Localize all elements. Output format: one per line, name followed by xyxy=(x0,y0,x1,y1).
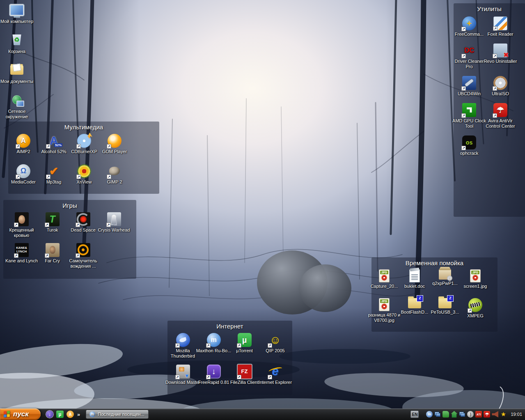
desktop-icon-qip2005[interactable]: QIP 2005 xyxy=(261,333,290,359)
desktop-icon-download-master[interactable]: Download Master xyxy=(168,365,198,385)
desktop-icon-freerapid[interactable]: FreeRapid 0.81 xyxy=(199,365,229,385)
desktop-icon-revo-uninstaller[interactable]: Revo Uninstaller xyxy=(486,44,515,69)
quicklaunch-overflow-chevron-icon[interactable]: » xyxy=(77,411,80,418)
desktop-icon-amd-gpu-clock-tool[interactable]: AMD GPU Clock Tool xyxy=(454,103,484,129)
shortcut-arrow-icon xyxy=(268,343,272,348)
desktop-icon-dead-space[interactable]: Dead Space xyxy=(69,212,98,238)
desktop-icon-buklet-doc[interactable]: buklet.doc xyxy=(400,269,429,289)
quick-launch-bar xyxy=(46,411,74,418)
download-arrow-quicklaunch-icon[interactable] xyxy=(46,411,53,418)
desktop-icon-alcohol52[interactable]: Alcohol 52% xyxy=(39,134,69,154)
thunderbird-icon xyxy=(176,333,190,347)
shortcut-arrow-icon xyxy=(268,375,272,379)
shortcut-arrow-icon xyxy=(493,113,497,118)
filezilla-icon xyxy=(238,365,252,379)
ati-tray-icon[interactable] xyxy=(475,411,482,418)
desktop-icon-freecommander[interactable]: FreeComma... xyxy=(454,16,484,37)
desktop-icon-mediacoder[interactable]: MediaCoder xyxy=(9,164,38,185)
desktop-icon-capture-jpg[interactable]: Capture_20... xyxy=(369,269,399,289)
desktop-icon-ophcrack[interactable]: ophcrack xyxy=(454,135,484,156)
windows-logo-icon xyxy=(4,411,11,418)
desktop-icon-foxit-reader[interactable]: Foxit Reader xyxy=(486,16,515,37)
desktop-icon-xmpeg[interactable]: XMPEG xyxy=(461,298,490,323)
desktop-icon-turok[interactable]: Turok xyxy=(38,212,67,238)
group-title: Игры xyxy=(3,200,136,209)
desktop-icon-far-cry[interactable]: Far Cry xyxy=(38,243,67,269)
desktop-icon-cdburnerxp[interactable]: CDBurnerXP xyxy=(69,134,99,154)
shortcut-arrow-icon xyxy=(493,26,497,31)
shortcut-arrow-icon xyxy=(45,223,49,227)
desktop-icon-filezilla[interactable]: FileZilla Client xyxy=(230,365,259,385)
desktop-icon-ultraiso[interactable]: UltraISO xyxy=(486,76,515,96)
desktop-icon-avira[interactable]: Avira AntiVir Control Center xyxy=(486,103,515,129)
desktop-icon-screen1-jpg[interactable]: screen1.jpg xyxy=(461,269,490,289)
zip-folder-icon xyxy=(438,298,452,308)
utorrent-quicklaunch-icon[interactable] xyxy=(56,411,64,418)
my-computer-icon xyxy=(9,2,25,18)
desktop-icon-bootflash-folder[interactable]: BootFlashD... xyxy=(400,298,429,323)
taskbar-task-button[interactable]: Последние посещен... xyxy=(86,410,149,419)
qip2005-icon xyxy=(268,333,282,347)
volume-mixer-tray-icon[interactable] xyxy=(467,411,474,418)
ultraiso-icon xyxy=(493,76,507,90)
desktop-icon-gimp2[interactable]: GIMP 2 xyxy=(100,164,129,185)
speaker-tray-icon[interactable] xyxy=(492,411,498,418)
desktop-icon-my-computer[interactable]: Мой компьютер xyxy=(2,2,32,32)
desktop: Мой компьютер Корзина Мои документы Сете… xyxy=(0,0,525,420)
desktop-icon-aimp2[interactable]: AIMP2 xyxy=(9,134,38,154)
aimp-quicklaunch-icon[interactable] xyxy=(66,411,74,418)
maxthon-tray-icon[interactable] xyxy=(426,411,433,418)
desktop-icon-gom-player[interactable]: GOM Player xyxy=(100,134,129,154)
shortcut-arrow-icon xyxy=(76,253,80,258)
desktop-icon-ubcd4win[interactable]: UBCD4Win xyxy=(454,76,484,96)
desktop-icon-my-documents[interactable]: Мои документы xyxy=(2,62,32,92)
desktop-icon-driver-cleaner[interactable]: Driver Cleaner Pro xyxy=(454,44,484,69)
desktop-icon-crysis-warhead[interactable]: Crysis Warhead xyxy=(99,212,129,238)
jpg-file-icon xyxy=(379,269,390,282)
shortcut-arrow-icon xyxy=(107,174,111,179)
avira-tray-icon[interactable] xyxy=(484,411,490,418)
start-button[interactable]: пуск xyxy=(0,409,41,420)
wand-tray-icon[interactable] xyxy=(500,411,507,418)
shortcut-arrow-icon xyxy=(468,308,472,313)
shortcut-arrow-icon xyxy=(175,375,180,379)
desktop-icon-maxthon[interactable]: Maxthon Ru-Bo... xyxy=(199,333,229,359)
desktop-icon-utorrent[interactable]: µTorrent xyxy=(230,333,259,359)
shortcut-arrow-icon xyxy=(493,86,497,91)
xmpeg-icon xyxy=(468,298,482,312)
shortcut-arrow-icon xyxy=(237,375,241,379)
desktop-icon-internet-explorer[interactable]: Internet Explorer xyxy=(261,365,290,385)
desktop-icon-driving-tutor[interactable]: Самоучитель вождения ... xyxy=(69,243,98,269)
desktop-icon-q2xp-archive[interactable]: q2xpPwP1... xyxy=(430,269,460,289)
taskbar-clock[interactable]: 19:01 xyxy=(511,412,522,417)
desktop-icon-mp3tag[interactable]: Mp3tag xyxy=(39,164,69,185)
download-master-tray-icon[interactable] xyxy=(451,411,457,418)
desktop-icon-thunderbird[interactable]: Mozilla Thunderbird xyxy=(168,333,198,359)
desktop-icon-raznica-jpg[interactable]: разница 4870 и V8700.jpg xyxy=(369,298,399,323)
maxthon-task-icon xyxy=(89,411,95,417)
shortcut-arrow-icon xyxy=(45,253,49,258)
alcohol52-icon xyxy=(47,134,61,148)
shortcut-arrow-icon xyxy=(461,113,466,118)
icon-label: Сетевое окружение xyxy=(0,109,35,119)
desktop-icon-baptized-in-blood[interactable]: Крещенный кровью xyxy=(7,212,37,238)
network-tray-icon[interactable] xyxy=(434,411,441,418)
group-title: Временная помойка xyxy=(371,257,497,266)
shortcut-arrow-icon xyxy=(46,144,50,149)
desktop-icon-kane-and-lynch[interactable]: Kane and Lynch xyxy=(7,243,37,269)
language-indicator[interactable]: EN xyxy=(410,411,419,418)
desktop-icon-petousb-folder[interactable]: PeToUSB_3... xyxy=(430,298,460,323)
desktop-icon-xnview[interactable]: XnView xyxy=(69,164,99,185)
crysis-warhead-icon xyxy=(107,212,121,226)
doc-file-icon xyxy=(409,269,420,282)
icon-label: Мои документы xyxy=(0,79,35,84)
group-games: Игры Крещенный кровью Turok Dead Space C… xyxy=(3,200,136,279)
network2-tray-icon[interactable] xyxy=(459,411,465,418)
ubcd4win-icon xyxy=(462,76,476,90)
shortcut-arrow-icon xyxy=(46,174,50,179)
desktop-icon-network-places[interactable]: Сетевое окружение xyxy=(2,92,32,122)
mediacoder-icon xyxy=(16,164,30,178)
desktop-icon-recycle-bin[interactable]: Корзина xyxy=(2,32,32,62)
freerapid-icon xyxy=(207,365,221,379)
utorrent-tray-icon[interactable] xyxy=(442,411,449,418)
